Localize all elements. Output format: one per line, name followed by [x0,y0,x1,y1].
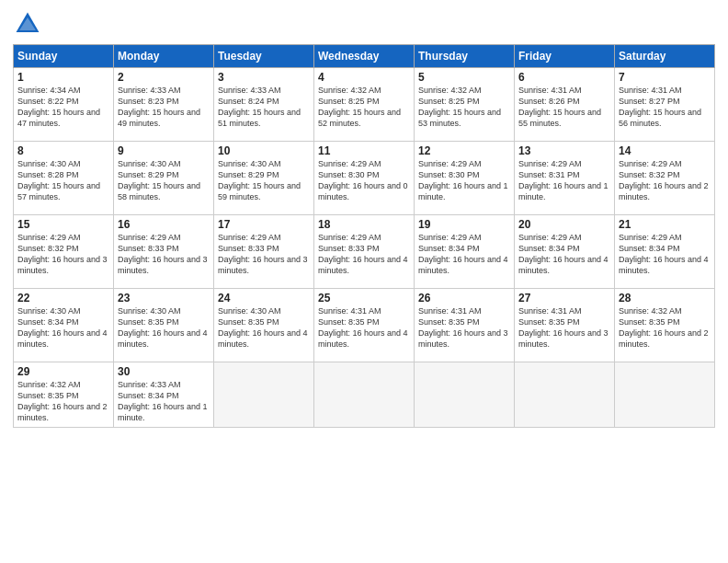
header [13,9,715,39]
calendar-cell: 22Sunrise: 4:30 AMSunset: 8:34 PMDayligh… [14,289,114,362]
weekday-header: Tuesday [214,45,314,68]
day-number: 12 [418,144,510,157]
calendar-cell: 24Sunrise: 4:30 AMSunset: 8:35 PMDayligh… [214,289,314,362]
day-info: Sunrise: 4:31 AMSunset: 8:35 PMDaylight:… [518,306,609,349]
calendar-cell: 30Sunrise: 4:33 AMSunset: 8:34 PMDayligh… [114,362,214,428]
day-number: 30 [118,365,210,378]
calendar-week-row: 8Sunrise: 4:30 AMSunset: 8:28 PMDaylight… [14,142,715,215]
day-info: Sunrise: 4:29 AMSunset: 8:33 PMDaylight:… [118,233,208,275]
day-number: 26 [418,292,510,304]
day-number: 5 [418,71,510,84]
calendar: SundayMondayTuesdayWednesdayThursdayFrid… [13,44,715,428]
calendar-cell: 14Sunrise: 4:29 AMSunset: 8:32 PMDayligh… [615,142,715,215]
calendar-cell: 23Sunrise: 4:30 AMSunset: 8:35 PMDayligh… [114,289,214,362]
day-info: Sunrise: 4:30 AMSunset: 8:28 PMDaylight:… [17,159,100,201]
day-number: 27 [518,292,610,304]
calendar-cell: 18Sunrise: 4:29 AMSunset: 8:33 PMDayligh… [314,215,415,289]
calendar-cell: 16Sunrise: 4:29 AMSunset: 8:33 PMDayligh… [114,215,214,289]
calendar-week-row: 22Sunrise: 4:30 AMSunset: 8:34 PMDayligh… [14,289,715,362]
day-number: 25 [318,292,410,304]
calendar-cell: 7Sunrise: 4:31 AMSunset: 8:27 PMDaylight… [615,68,715,142]
logo-icon [13,9,42,39]
calendar-header-row: SundayMondayTuesdayWednesdayThursdayFrid… [14,45,715,68]
calendar-week-row: 1Sunrise: 4:34 AMSunset: 8:22 PMDaylight… [14,68,715,142]
calendar-cell: 25Sunrise: 4:31 AMSunset: 8:35 PMDayligh… [314,289,415,362]
day-info: Sunrise: 4:29 AMSunset: 8:30 PMDaylight:… [418,159,508,201]
weekday-header: Saturday [615,45,715,68]
day-number: 17 [218,218,310,231]
day-info: Sunrise: 4:30 AMSunset: 8:35 PMDaylight:… [118,306,208,349]
day-number: 14 [619,144,711,157]
day-number: 16 [118,218,210,231]
day-info: Sunrise: 4:32 AMSunset: 8:25 PMDaylight:… [318,86,401,128]
page: SundayMondayTuesdayWednesdayThursdayFrid… [0,0,728,563]
day-info: Sunrise: 4:29 AMSunset: 8:33 PMDaylight:… [218,233,308,275]
day-number: 18 [318,218,410,231]
calendar-week-row: 15Sunrise: 4:29 AMSunset: 8:32 PMDayligh… [14,215,715,289]
day-number: 23 [118,292,210,304]
calendar-cell: 6Sunrise: 4:31 AMSunset: 8:26 PMDaylight… [515,68,615,142]
weekday-header: Wednesday [314,45,415,68]
calendar-cell [214,362,314,428]
calendar-cell: 9Sunrise: 4:30 AMSunset: 8:29 PMDaylight… [114,142,214,215]
calendar-cell: 29Sunrise: 4:32 AMSunset: 8:35 PMDayligh… [14,362,114,428]
day-number: 19 [418,218,510,231]
calendar-cell: 3Sunrise: 4:33 AMSunset: 8:24 PMDaylight… [214,68,314,142]
day-info: Sunrise: 4:30 AMSunset: 8:29 PMDaylight:… [218,159,301,201]
day-info: Sunrise: 4:32 AMSunset: 8:25 PMDaylight:… [418,86,501,128]
day-number: 3 [218,71,310,84]
day-info: Sunrise: 4:32 AMSunset: 8:35 PMDaylight:… [619,306,709,349]
calendar-cell: 12Sunrise: 4:29 AMSunset: 8:30 PMDayligh… [415,142,515,215]
weekday-header: Monday [114,45,214,68]
calendar-cell: 11Sunrise: 4:29 AMSunset: 8:30 PMDayligh… [314,142,415,215]
day-info: Sunrise: 4:29 AMSunset: 8:30 PMDaylight:… [318,159,408,201]
day-number: 6 [518,71,610,84]
logo [13,9,46,39]
day-number: 11 [318,144,410,157]
day-info: Sunrise: 4:34 AMSunset: 8:22 PMDaylight:… [17,86,100,128]
day-info: Sunrise: 4:33 AMSunset: 8:34 PMDaylight:… [118,380,208,422]
calendar-cell [415,362,515,428]
calendar-cell: 2Sunrise: 4:33 AMSunset: 8:23 PMDaylight… [114,68,214,142]
day-info: Sunrise: 4:31 AMSunset: 8:35 PMDaylight:… [418,306,508,349]
weekday-header: Thursday [415,45,515,68]
calendar-cell: 21Sunrise: 4:29 AMSunset: 8:34 PMDayligh… [615,215,715,289]
calendar-cell: 27Sunrise: 4:31 AMSunset: 8:35 PMDayligh… [515,289,615,362]
day-info: Sunrise: 4:29 AMSunset: 8:34 PMDaylight:… [518,233,609,275]
weekday-header: Friday [515,45,615,68]
day-number: 15 [17,218,109,231]
day-info: Sunrise: 4:31 AMSunset: 8:35 PMDaylight:… [318,306,408,349]
calendar-cell: 28Sunrise: 4:32 AMSunset: 8:35 PMDayligh… [615,289,715,362]
day-number: 13 [518,144,610,157]
calendar-week-row: 29Sunrise: 4:32 AMSunset: 8:35 PMDayligh… [14,362,715,428]
day-info: Sunrise: 4:30 AMSunset: 8:34 PMDaylight:… [17,306,108,349]
day-number: 10 [218,144,310,157]
day-number: 9 [118,144,210,157]
day-number: 29 [17,365,109,378]
day-number: 4 [318,71,410,84]
calendar-cell: 1Sunrise: 4:34 AMSunset: 8:22 PMDaylight… [14,68,114,142]
day-number: 1 [17,71,109,84]
day-number: 28 [619,292,711,304]
calendar-cell: 15Sunrise: 4:29 AMSunset: 8:32 PMDayligh… [14,215,114,289]
day-info: Sunrise: 4:30 AMSunset: 8:29 PMDaylight:… [118,159,200,201]
day-info: Sunrise: 4:29 AMSunset: 8:34 PMDaylight:… [418,233,508,275]
day-number: 8 [17,144,109,157]
calendar-cell: 20Sunrise: 4:29 AMSunset: 8:34 PMDayligh… [515,215,615,289]
calendar-cell: 17Sunrise: 4:29 AMSunset: 8:33 PMDayligh… [214,215,314,289]
calendar-cell: 10Sunrise: 4:30 AMSunset: 8:29 PMDayligh… [214,142,314,215]
day-info: Sunrise: 4:29 AMSunset: 8:33 PMDaylight:… [318,233,408,275]
calendar-cell: 8Sunrise: 4:30 AMSunset: 8:28 PMDaylight… [14,142,114,215]
calendar-cell: 5Sunrise: 4:32 AMSunset: 8:25 PMDaylight… [415,68,515,142]
day-info: Sunrise: 4:29 AMSunset: 8:32 PMDaylight:… [619,159,709,201]
day-number: 21 [619,218,711,231]
day-info: Sunrise: 4:29 AMSunset: 8:32 PMDaylight:… [17,233,108,275]
day-number: 7 [619,71,711,84]
day-info: Sunrise: 4:29 AMSunset: 8:31 PMDaylight:… [518,159,609,201]
calendar-cell: 4Sunrise: 4:32 AMSunset: 8:25 PMDaylight… [314,68,415,142]
calendar-cell: 19Sunrise: 4:29 AMSunset: 8:34 PMDayligh… [415,215,515,289]
calendar-cell: 26Sunrise: 4:31 AMSunset: 8:35 PMDayligh… [415,289,515,362]
day-number: 20 [518,218,610,231]
day-info: Sunrise: 4:33 AMSunset: 8:23 PMDaylight:… [118,86,200,128]
day-number: 2 [118,71,210,84]
